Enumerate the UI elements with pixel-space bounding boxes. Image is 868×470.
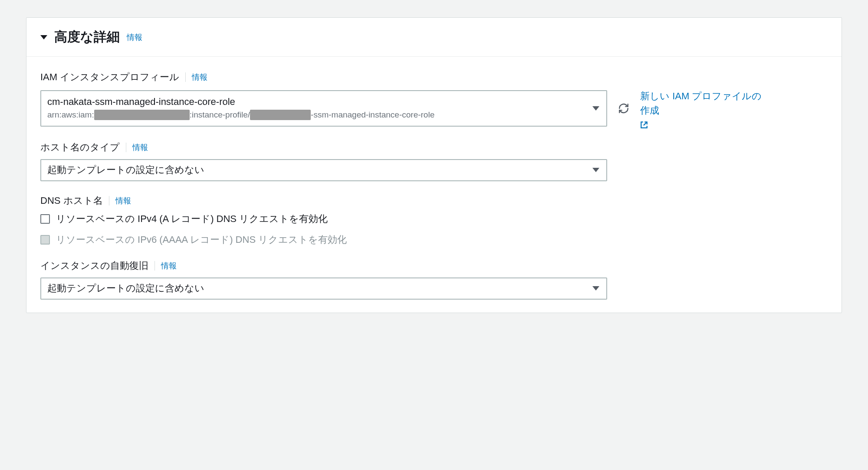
hostname-field-row: 起動テンプレートの設定に含めない bbox=[40, 159, 828, 181]
hostname-type-select[interactable]: 起動テンプレートの設定に含めない bbox=[40, 159, 607, 181]
dns-ipv6-label: リソースベースの IPv6 (AAAA レコード) DNS リクエストを有効化 bbox=[56, 233, 347, 246]
chevron-down-icon bbox=[592, 106, 599, 111]
panel-info-link[interactable]: 情報 bbox=[127, 32, 142, 42]
dns-ipv4-label: リソースベースの IPv4 (A レコード) DNS リクエストを有効化 bbox=[56, 212, 328, 225]
advanced-details-panel: 高度な詳細 情報 IAM インスタンスプロフィール 情報 cm-nakata-s… bbox=[26, 17, 842, 313]
hostname-label: ホスト名のタイプ bbox=[40, 141, 120, 154]
panel-title: 高度な詳細 bbox=[54, 28, 120, 46]
refresh-icon bbox=[618, 103, 629, 114]
iam-selected-name: cm-nakata-ssm-managed-instance-core-role bbox=[47, 95, 587, 109]
dns-label-row: DNS ホスト名 情報 bbox=[40, 194, 828, 207]
external-link-icon bbox=[640, 121, 648, 129]
auto-recovery-selected: 起動テンプレートの設定に含めない bbox=[47, 282, 587, 295]
divider bbox=[126, 143, 126, 152]
redacted-block bbox=[94, 110, 190, 120]
divider bbox=[185, 72, 186, 82]
chevron-down-icon bbox=[592, 286, 599, 290]
caret-down-icon bbox=[40, 35, 47, 39]
iam-label: IAM インスタンスプロフィール bbox=[40, 71, 179, 84]
dns-ipv6-checkbox bbox=[40, 235, 50, 245]
auto-recovery-group: インスタンスの自動復旧 情報 起動テンプレートの設定に含めない bbox=[40, 259, 828, 300]
iam-field-row: cm-nakata-ssm-managed-instance-core-role… bbox=[40, 89, 828, 128]
iam-profile-select[interactable]: cm-nakata-ssm-managed-instance-core-role… bbox=[40, 90, 607, 126]
auto-recovery-info-link[interactable]: 情報 bbox=[161, 261, 177, 271]
hostname-label-row: ホスト名のタイプ 情報 bbox=[40, 141, 828, 154]
dns-info-link[interactable]: 情報 bbox=[115, 196, 131, 206]
dns-ipv4-checkbox[interactable] bbox=[40, 214, 50, 224]
divider bbox=[109, 196, 109, 206]
dns-ipv6-row: リソースベースの IPv6 (AAAA レコード) DNS リクエストを有効化 bbox=[40, 233, 828, 246]
hostname-info-link[interactable]: 情報 bbox=[132, 142, 148, 153]
dns-ipv4-row: リソースベースの IPv4 (A レコード) DNS リクエストを有効化 bbox=[40, 212, 828, 225]
arn-mid: :instance-profile/ bbox=[190, 109, 250, 121]
panel-header[interactable]: 高度な詳細 情報 bbox=[26, 18, 842, 57]
redacted-block bbox=[250, 110, 311, 120]
divider bbox=[155, 261, 155, 271]
auto-recovery-label: インスタンスの自動復旧 bbox=[40, 259, 148, 272]
iam-profile-group: IAM インスタンスプロフィール 情報 cm-nakata-ssm-manage… bbox=[40, 71, 828, 128]
iam-selected-arn: arn:aws:iam::instance-profile/-ssm-manag… bbox=[47, 109, 587, 121]
auto-recovery-field-row: 起動テンプレートの設定に含めない bbox=[40, 277, 828, 300]
refresh-button[interactable] bbox=[615, 100, 632, 117]
arn-prefix: arn:aws:iam: bbox=[47, 109, 94, 121]
iam-label-row: IAM インスタンスプロフィール 情報 bbox=[40, 71, 828, 84]
create-iam-profile-link[interactable]: 新しい IAM プロファイルの作成 bbox=[640, 89, 770, 128]
auto-recovery-label-row: インスタンスの自動復旧 情報 bbox=[40, 259, 828, 272]
create-iam-profile-text: 新しい IAM プロファイルの作成 bbox=[640, 89, 770, 118]
dns-label: DNS ホスト名 bbox=[40, 194, 103, 207]
chevron-down-icon bbox=[592, 168, 599, 172]
iam-info-link[interactable]: 情報 bbox=[192, 72, 207, 82]
hostname-selected: 起動テンプレートの設定に含めない bbox=[47, 163, 587, 177]
hostname-type-group: ホスト名のタイプ 情報 起動テンプレートの設定に含めない bbox=[40, 141, 828, 181]
auto-recovery-select[interactable]: 起動テンプレートの設定に含めない bbox=[40, 277, 607, 300]
panel-body: IAM インスタンスプロフィール 情報 cm-nakata-ssm-manage… bbox=[26, 57, 842, 313]
dns-hostname-group: DNS ホスト名 情報 リソースベースの IPv4 (A レコード) DNS リ… bbox=[40, 194, 828, 246]
arn-suffix: -ssm-managed-instance-core-role bbox=[311, 109, 434, 121]
